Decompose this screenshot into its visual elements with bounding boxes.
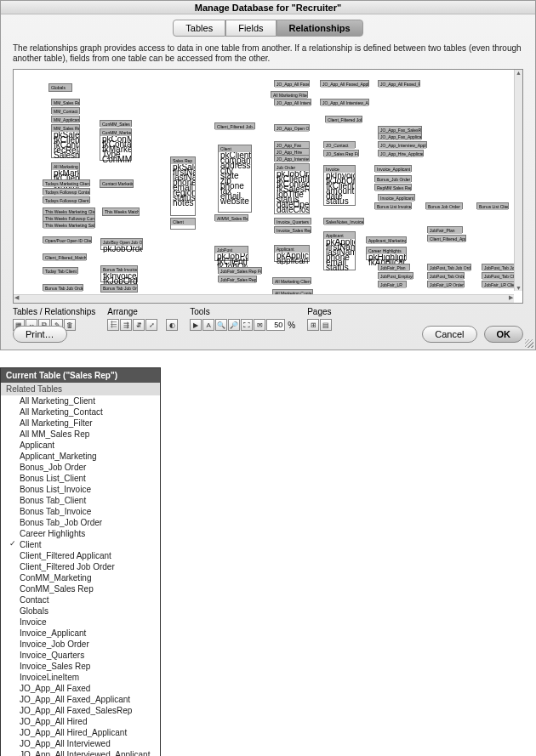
graph-table[interactable]: JO_App_Interview: [274, 155, 310, 162]
graph-table[interactable]: JobPost_Employer: [378, 272, 413, 279]
graph-table[interactable]: Client: [170, 218, 196, 230]
related-table-item[interactable]: Bonus Tab_Invoice: [1, 506, 160, 517]
graph-table[interactable]: This Weeks Match: [102, 207, 140, 216]
graph-table[interactable]: This Weeks Marketing Client: [43, 207, 95, 214]
graph-table[interactable]: MM_Sales ReppkSalesRepID fkClientID fkCo…: [51, 124, 80, 158]
related-table-item[interactable]: ConMM_Sales Rep: [1, 583, 160, 594]
graph-table[interactable]: JO_App_Hire: [274, 148, 310, 155]
related-table-item[interactable]: Applicant: [1, 440, 160, 451]
graph-table[interactable]: JO_Sales Rep Filter: [323, 150, 359, 156]
graph-table[interactable]: Bonus Job Order: [425, 202, 463, 209]
graph-table[interactable]: JO_App_All Faxed_File: [378, 80, 420, 87]
graph-table[interactable]: JO_App_Fax_Applicant: [378, 133, 422, 139]
graph-table[interactable]: Bonus Tab InvoicefkInvoiceID fkJobOrderI…: [100, 265, 138, 282]
graph-table[interactable]: Contact Marketing: [100, 179, 134, 188]
tab-relationships[interactable]: Relationships: [277, 20, 363, 37]
related-table-item[interactable]: Invoice_Sales Rep: [1, 661, 160, 672]
related-table-item[interactable]: Bonus_Job Order: [1, 462, 160, 473]
graph-table[interactable]: JO_App_Fax: [274, 141, 310, 148]
graph-table[interactable]: Career HighlightspkHighlightID fkApplica…: [366, 247, 407, 260]
graph-table[interactable]: JO_App_Open Ord: [274, 124, 310, 131]
graph-table[interactable]: Bonus Tab Job Order: [100, 284, 138, 293]
graph-table[interactable]: Today Tab Client: [43, 267, 78, 274]
graph-table[interactable]: JobPost_Tab Order: [427, 272, 465, 279]
ok-button[interactable]: OK: [484, 326, 524, 343]
print-button[interactable]: Print…: [13, 326, 67, 343]
related-table-item[interactable]: Invoice_Job Order: [1, 639, 160, 650]
graph-table[interactable]: Bonus_Job Order: [374, 175, 412, 182]
related-table-item[interactable]: All Marketing_Filter: [1, 418, 160, 429]
graph-table[interactable]: JobFair_Sales Rep Filter: [218, 267, 262, 274]
graph-table[interactable]: This Weeks Marketing Sales: [43, 221, 95, 228]
related-table-item[interactable]: JO_App_All Faxed: [1, 683, 160, 694]
graph-table[interactable]: MM_Sales Rep: [51, 99, 80, 105]
related-table-item[interactable]: JO_App_All Interviewed_Applicant: [1, 749, 160, 756]
relationships-graph[interactable]: GlobalsMM_Sales RepMM_ContactMM_Applican…: [13, 69, 523, 304]
related-table-item[interactable]: Bonus Tab_Client: [1, 495, 160, 506]
graph-table[interactable]: Job/Buy Open Job OrderpkJobOrderID: [100, 238, 143, 250]
graph-table[interactable]: Bonus List Invoice: [374, 202, 412, 209]
graph-table[interactable]: Todays Followup Client: [43, 196, 90, 203]
related-table-item[interactable]: JO_App_All Interviewed: [1, 738, 160, 749]
graph-table[interactable]: JobPost_Tab Job Order: [427, 264, 471, 270]
graph-table[interactable]: JobFair_Plan: [427, 226, 463, 233]
graph-table[interactable]: SalesNotes_Invoice: [323, 218, 364, 225]
graph-table[interactable]: JO_App_Hire_Applicant: [378, 150, 424, 156]
related-table-item[interactable]: Client_Filtered Job Order: [1, 561, 160, 572]
related-table-item[interactable]: Invoice_Quarters: [1, 650, 160, 661]
related-table-item[interactable]: Client: [1, 539, 160, 550]
graph-table[interactable]: All Marketing Filter: [271, 91, 308, 98]
related-table-item[interactable]: Career Highlights: [1, 528, 160, 539]
related-table-item[interactable]: Invoice_Applicant: [1, 628, 160, 639]
related-table-item[interactable]: Bonus List_Invoice: [1, 484, 160, 495]
graph-table[interactable]: ApplicantpkApplicantID applicantName: [274, 245, 310, 262]
graph-table[interactable]: Client_Filtered Job...: [214, 122, 255, 129]
graph-table[interactable]: JobFair_Sales Rep: [218, 276, 257, 282]
graph-table[interactable]: Invoice_Applicant: [378, 194, 415, 201]
graph-table[interactable]: JobFair_LR: [378, 281, 407, 287]
related-table-item[interactable]: JO_App_All Hired_Applicant: [1, 727, 160, 738]
related-table-item[interactable]: All Marketing_Client: [1, 395, 160, 406]
graph-table[interactable]: JobFair_LR Order: [427, 281, 465, 287]
graph-table[interactable]: JO_App_Fax_SalesRep: [378, 126, 422, 133]
graph-table[interactable]: JO_App_Interview_Applicant: [378, 141, 427, 148]
graph-table[interactable]: Client_Filtered_Match: [43, 253, 87, 260]
scrollbar-vertical[interactable]: [514, 70, 522, 291]
graph-table[interactable]: This Weeks Followup Contact: [43, 214, 95, 221]
graph-canvas[interactable]: GlobalsMM_Sales RepMM_ContactMM_Applican…: [17, 73, 514, 299]
related-table-item[interactable]: Bonus List_Client: [1, 473, 160, 484]
graph-table[interactable]: JobFair_Plan: [378, 264, 410, 270]
related-table-item[interactable]: JO_App_All Faxed_Applicant: [1, 694, 160, 705]
graph-table[interactable]: Invoice_Sales Rep: [274, 226, 311, 233]
graph-table[interactable]: InvoicepkInvoiceID fkJobOrderID fkClient…: [323, 165, 356, 206]
related-table-item[interactable]: Globals: [1, 605, 160, 617]
graph-table[interactable]: Job OrderpkJobOrderID fkClientID fkConta…: [274, 163, 310, 214]
graph-table[interactable]: AllMM_Sales Rep: [214, 214, 248, 221]
graph-table[interactable]: JO_Contact: [323, 141, 356, 148]
related-table-item[interactable]: JO_App_All Faxed_SalesRep: [1, 705, 160, 716]
graph-table[interactable]: Open/Poor Open ID Client: [43, 236, 92, 243]
related-table-item[interactable]: All MM_Sales Rep: [1, 429, 160, 440]
graph-table[interactable]: JO_App_All Faxed_Applicant: [320, 80, 369, 87]
graph-table[interactable]: MM_Contact: [51, 107, 80, 114]
graph-table[interactable]: Todays Followup Contact: [43, 188, 90, 195]
graph-table[interactable]: Sales ReppkSalesRepID firstName lastName…: [170, 156, 196, 216]
graph-table[interactable]: ClientpkClientID companyName address cit…: [218, 145, 252, 213]
graph-table[interactable]: Invoice_Applicant: [374, 165, 412, 172]
tab-tables[interactable]: Tables: [173, 20, 225, 37]
graph-table[interactable]: RepMM Sales Rep: [374, 184, 412, 190]
graph-table[interactable]: Bonus List Client: [476, 202, 509, 209]
related-table-item[interactable]: InvoiceLineItem: [1, 672, 160, 683]
graph-table[interactable]: Invoice_Quarters: [274, 218, 311, 225]
tab-fields[interactable]: Fields: [225, 20, 276, 37]
graph-table[interactable]: ApplicantpkApplicantID firstName lastNam…: [323, 231, 356, 270]
graph-table[interactable]: Globals: [48, 83, 72, 92]
graph-table[interactable]: ConMM_Sales Rep: [100, 120, 132, 127]
graph-table[interactable]: ConMM_MarketingpkConMarketingID fkContac…: [100, 128, 132, 161]
graph-table[interactable]: Todays Marketing Client: [43, 179, 90, 186]
graph-table[interactable]: JO_App_All Interv...: [274, 99, 311, 105]
graph-table[interactable]: JobPostpkJobPostID fkClientID fkJobOrder…: [214, 246, 248, 261]
resize-handle[interactable]: [525, 339, 533, 348]
related-table-item[interactable]: ConMM_Marketing: [1, 572, 160, 583]
related-table-item[interactable]: Bonus Tab_Job Order: [1, 517, 160, 528]
